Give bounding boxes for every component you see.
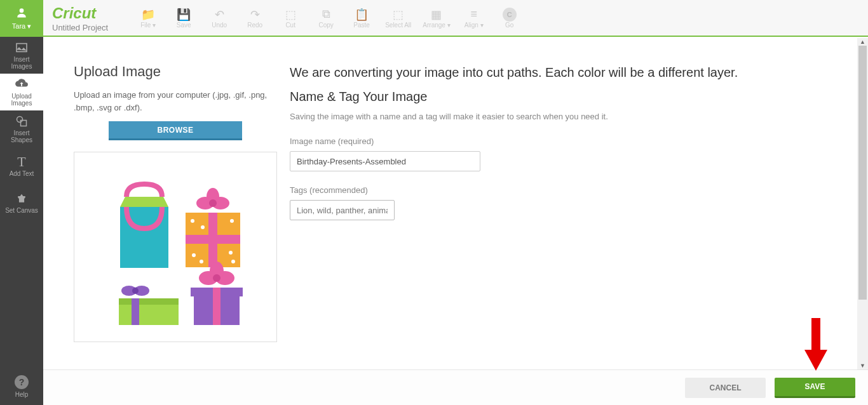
topbar: Cricut Untitled Project 📁File ▾ 💾Save ↶U… bbox=[43, 0, 868, 37]
copy-icon: ⧉ bbox=[322, 8, 330, 22]
tool-file[interactable]: 📁File ▾ bbox=[136, 8, 160, 29]
svg-point-0 bbox=[20, 8, 24, 13]
sidebar-item-label: UploadImages bbox=[11, 93, 32, 107]
upload-panel: Upload Image Upload an image from your c… bbox=[74, 63, 277, 363]
image-name-input[interactable] bbox=[290, 151, 480, 171]
shapes-icon bbox=[16, 114, 27, 128]
align-icon: ≡ bbox=[470, 8, 477, 22]
svg-point-11 bbox=[192, 253, 196, 257]
svg-point-9 bbox=[201, 225, 205, 229]
form-panel: We are converting your image into cut pa… bbox=[290, 63, 843, 363]
preview-svg bbox=[74, 152, 278, 343]
sidebar-item-add-text[interactable]: T Add Text bbox=[0, 147, 43, 184]
tags-input[interactable] bbox=[290, 200, 395, 220]
folder-icon: 📁 bbox=[141, 8, 155, 22]
upload-title: Upload Image bbox=[74, 63, 277, 80]
form-heading1: We are converting your image into cut pa… bbox=[290, 63, 804, 81]
tool-go[interactable]: CGo bbox=[498, 8, 522, 29]
sidebar-item-insert-shapes[interactable]: InsertShapes bbox=[0, 110, 43, 147]
sidebar-item-label: Add Text bbox=[10, 170, 34, 177]
user-icon bbox=[15, 6, 28, 22]
svg-point-12 bbox=[229, 251, 233, 255]
svg-point-13 bbox=[200, 260, 203, 263]
image-preview bbox=[74, 152, 277, 342]
bottom-bar: CANCEL SAVE bbox=[43, 369, 868, 405]
form-heading2: Name & Tag Your Image bbox=[290, 88, 804, 105]
brand: Cricut Untitled Project bbox=[43, 3, 117, 32]
tool-redo[interactable]: ↷Redo bbox=[243, 8, 267, 29]
sidebar: Tara ▾ InsertImages UploadImages InsertS… bbox=[0, 0, 43, 405]
arrange-icon: ▦ bbox=[431, 8, 442, 22]
canvas-icon bbox=[15, 192, 28, 206]
svg-point-8 bbox=[191, 219, 194, 223]
tool-cut[interactable]: ⬚Cut bbox=[278, 8, 302, 29]
form-subtext: Saving the image with a name and a tag w… bbox=[290, 112, 804, 121]
user-menu[interactable]: Tara ▾ bbox=[0, 0, 43, 37]
scroll-thumb[interactable] bbox=[858, 46, 867, 300]
svg-point-31 bbox=[213, 274, 220, 282]
image-icon bbox=[15, 41, 28, 55]
browse-button[interactable]: BROWSE bbox=[109, 121, 242, 140]
svg-point-24 bbox=[132, 288, 139, 294]
selectall-icon: ⬚ bbox=[393, 8, 403, 22]
help-label: Help bbox=[15, 391, 29, 398]
upload-desc: Upload an image from your computer (.jpg… bbox=[74, 89, 277, 114]
undo-icon: ↶ bbox=[215, 8, 224, 22]
toolbar: 📁File ▾ 💾Save ↶Undo ↷Redo ⬚Cut ⧉Copy 📋Pa… bbox=[136, 8, 522, 29]
sidebar-item-set-canvas[interactable]: Set Canvas bbox=[0, 184, 43, 221]
text-icon: T bbox=[17, 155, 25, 169]
sidebar-item-label: InsertShapes bbox=[11, 129, 32, 143]
scrollbar[interactable]: ▲ ▼ bbox=[857, 38, 868, 369]
save-button[interactable]: SAVE bbox=[775, 378, 855, 398]
tool-align[interactable]: ≡Align ▾ bbox=[462, 8, 486, 29]
redo-icon: ↷ bbox=[250, 8, 260, 22]
tool-undo[interactable]: ↶Undo bbox=[207, 8, 231, 29]
floppy-icon: 💾 bbox=[177, 8, 191, 22]
sidebar-item-insert-images[interactable]: InsertImages bbox=[0, 37, 43, 74]
main-content: Upload Image Upload an image from your c… bbox=[43, 38, 868, 369]
svg-point-2 bbox=[17, 117, 23, 123]
tags-label: Tags (recommended) bbox=[290, 185, 804, 195]
sidebar-item-upload-images[interactable]: UploadImages bbox=[0, 74, 43, 110]
svg-point-10 bbox=[230, 219, 234, 223]
sidebar-item-label: InsertImages bbox=[11, 56, 32, 70]
tool-save[interactable]: 💾Save bbox=[172, 8, 196, 29]
svg-rect-7 bbox=[208, 213, 217, 267]
project-title: Untitled Project bbox=[52, 23, 108, 32]
tool-paste[interactable]: 📋Paste bbox=[349, 8, 374, 29]
svg-marker-33 bbox=[804, 350, 827, 371]
cancel-button[interactable]: CANCEL bbox=[685, 378, 766, 398]
svg-rect-27 bbox=[213, 288, 220, 325]
svg-point-18 bbox=[209, 199, 217, 207]
tool-selectall[interactable]: ⬚Select All bbox=[385, 8, 411, 29]
paste-icon: 📋 bbox=[355, 8, 369, 22]
help-icon: ? bbox=[15, 375, 29, 389]
svg-point-14 bbox=[231, 260, 235, 263]
user-name-label: Tara ▾ bbox=[12, 22, 31, 30]
scroll-down-icon[interactable]: ▼ bbox=[857, 362, 868, 369]
scroll-up-icon[interactable]: ▲ bbox=[857, 38, 868, 46]
sidebar-item-label: Set Canvas bbox=[5, 207, 38, 214]
svg-rect-20 bbox=[119, 298, 179, 305]
cut-icon: ⬚ bbox=[285, 8, 296, 22]
tool-arrange[interactable]: ▦Arrange ▾ bbox=[423, 8, 450, 29]
upload-icon bbox=[15, 77, 29, 91]
go-icon: C bbox=[503, 8, 517, 22]
tool-copy[interactable]: ⧉Copy bbox=[314, 8, 338, 29]
annotation-arrow bbox=[802, 315, 830, 375]
name-label: Image name (required) bbox=[290, 136, 804, 146]
svg-rect-21 bbox=[132, 298, 139, 325]
brand-logo: Cricut bbox=[52, 6, 108, 21]
sidebar-help[interactable]: ? Help bbox=[0, 368, 43, 405]
